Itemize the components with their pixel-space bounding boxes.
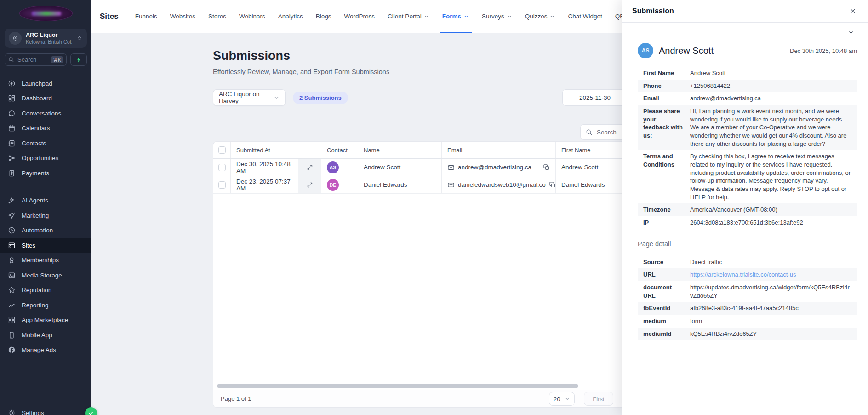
sidebar-nav-bottom: AI Agents Marketing Automation Sites Mem…	[0, 193, 91, 358]
sidebar-item-icon	[8, 139, 16, 147]
sidebar-item-icon	[8, 271, 16, 279]
field-row-phone: Phone +12506814422	[638, 80, 857, 92]
mail-icon	[447, 164, 455, 171]
submissions-count-badge: 2 Submissions	[293, 92, 348, 104]
sidebar-item-label: Payments	[22, 170, 49, 177]
field-label: Timezone	[643, 206, 684, 214]
avatar: DE	[327, 179, 339, 191]
column-header-contact[interactable]: Contact	[321, 142, 358, 158]
table-row-andrew-scott[interactable]: Dec 30, 2025 10:48 AM AS Andrew Scott an…	[213, 159, 672, 176]
field-value: +12506814422	[690, 82, 851, 90]
close-icon[interactable]	[849, 7, 857, 15]
sidebar-item-contacts[interactable]: Contacts	[0, 136, 91, 151]
tab-webinars[interactable]: Webinars	[233, 0, 272, 33]
sidebar-search-input[interactable]: Search ⌘K	[5, 53, 67, 66]
tab-label: Client Portal	[388, 13, 422, 20]
sidebar-item-memberships[interactable]: Memberships	[0, 253, 91, 268]
help-widget-button[interactable]	[85, 407, 97, 415]
submission-timestamp: Dec 30th 2025, 10:48 am	[790, 47, 857, 54]
sidebar-item-label: Manage Ads	[22, 346, 56, 353]
copy-icon[interactable]	[543, 164, 550, 171]
page-size-select[interactable]: 20	[549, 392, 575, 406]
column-header-submitted-at[interactable]: Submitted At	[231, 142, 321, 158]
sidebar-item-media-storage[interactable]: Media Storage	[0, 268, 91, 283]
sidebar-item-sites[interactable]: Sites	[0, 238, 91, 253]
chevron-up-down-icon	[76, 35, 83, 41]
field-value: afb268e3-a83c-419f-aa4f-47aa5c21485c	[690, 304, 851, 312]
field-label: mediumId	[643, 330, 684, 338]
sidebar-item-label: Opportunities	[22, 155, 58, 161]
sidebar-item-opportunities[interactable]: Opportunities	[0, 151, 91, 166]
tab-websites[interactable]: Websites	[164, 0, 202, 33]
tab-analytics[interactable]: Analytics	[272, 0, 309, 33]
expand-row-button[interactable]	[298, 176, 321, 193]
email-text: andrew@dmadvertising.ca	[458, 164, 531, 171]
form-selector-dropdown[interactable]: ARC Liquor on Harvey	[213, 89, 286, 106]
sidebar-item-icon	[8, 110, 16, 117]
sidebar-item-settings[interactable]: Settings	[0, 406, 91, 415]
download-icon[interactable]	[847, 28, 855, 36]
date-filter-value: 2025-11-30	[579, 94, 611, 101]
sidebar-item-automation[interactable]: Automation	[0, 223, 91, 238]
field-label: Email	[643, 94, 684, 103]
row-checkbox[interactable]	[218, 164, 226, 171]
field-label: Phone	[643, 82, 684, 90]
tab-quizzes[interactable]: Quizzes	[519, 0, 562, 33]
page-size-value: 20	[554, 396, 560, 403]
tab-funnels[interactable]: Funnels	[129, 0, 164, 33]
table-body: Dec 30, 2025 10:48 AM AS Andrew Scott an…	[213, 159, 672, 194]
horizontal-scrollbar[interactable]	[217, 384, 578, 388]
sidebar-item-icon	[8, 331, 16, 339]
sidebar-item-icon	[8, 256, 16, 264]
sidebar-item-marketing[interactable]: Marketing	[0, 208, 91, 223]
sidebar-item-conversations[interactable]: Conversations	[0, 106, 91, 121]
cell-submitted-at: Dec 23, 2025 07:37 AM	[231, 176, 298, 193]
first-page-button[interactable]: First	[584, 392, 613, 406]
tab-blogs[interactable]: Blogs	[309, 0, 338, 33]
tab-chat-widget[interactable]: Chat Widget	[561, 0, 608, 33]
field-value: kQ5Es4RBzi4rvZdo65ZY	[690, 330, 851, 338]
sidebar-item-manage-ads[interactable]: Manage Ads	[0, 343, 91, 358]
sidebar-item-calendars[interactable]: Calendars	[0, 121, 91, 136]
tab-stores[interactable]: Stores	[202, 0, 233, 33]
select-all-checkbox[interactable]	[218, 146, 226, 154]
tab-surveys[interactable]: Surveys	[475, 0, 519, 33]
tab-label: Chat Widget	[568, 13, 602, 20]
settings-icon	[8, 409, 16, 415]
sidebar-item-label: Reporting	[22, 302, 49, 309]
copy-icon[interactable]	[549, 181, 556, 188]
sidebar-item-label: Conversations	[22, 110, 61, 117]
workspace-switcher[interactable]: ARC Liquor Kelowna, British Col...	[5, 29, 87, 48]
expand-row-button[interactable]	[298, 159, 321, 176]
field-label: IP	[643, 219, 684, 227]
sidebar-item-dashboard[interactable]: Dashboard	[0, 91, 91, 106]
page-subtitle: Effortlessly Review, Manage, and Export …	[213, 68, 389, 75]
chevron-down-icon	[507, 14, 512, 19]
column-header-name[interactable]: Name	[358, 142, 442, 158]
field-label: First Name	[643, 69, 684, 77]
tab-forms[interactable]: Forms	[436, 0, 475, 33]
sidebar-item-reputation[interactable]: Reputation	[0, 283, 91, 298]
check-icon	[88, 410, 94, 415]
tab-client-portal[interactable]: Client Portal	[381, 0, 436, 33]
chevron-down-icon	[549, 14, 555, 19]
sidebar-item-payments[interactable]: Payments	[0, 166, 91, 181]
sidebar-item-mobile-app[interactable]: Mobile App	[0, 328, 91, 343]
table-row-daniel-edwards[interactable]: Dec 23, 2025 07:37 AM DE Daniel Edwards …	[213, 176, 672, 194]
field-value: https://updates.dmadvertising.ca/widget/…	[690, 283, 851, 300]
sidebar-item-icon	[8, 80, 16, 87]
page-detail-fields: Source Direct traffic URL https://arckel…	[638, 256, 857, 340]
field-label: document URL	[643, 283, 684, 300]
sidebar-item-ai-agents[interactable]: AI Agents	[0, 193, 91, 208]
tab-wordpress[interactable]: WordPress	[338, 0, 382, 33]
column-header-email[interactable]: Email	[442, 142, 556, 158]
sidebar: ARC Liquor Kelowna, British Col... Searc…	[0, 0, 91, 415]
field-value: America/Vancouver (GMT-08:00)	[690, 206, 851, 214]
sidebar-item-app-marketplace[interactable]: App Marketplace	[0, 313, 91, 328]
field-row-medium: medium form	[638, 315, 857, 328]
sidebar-item-launchpad[interactable]: Launchpad	[0, 76, 91, 91]
row-checkbox[interactable]	[218, 181, 226, 189]
sidebar-item-label: Dashboard	[22, 95, 52, 102]
sidebar-item-reporting[interactable]: Reporting	[0, 298, 91, 313]
quick-actions-button[interactable]	[70, 53, 87, 66]
